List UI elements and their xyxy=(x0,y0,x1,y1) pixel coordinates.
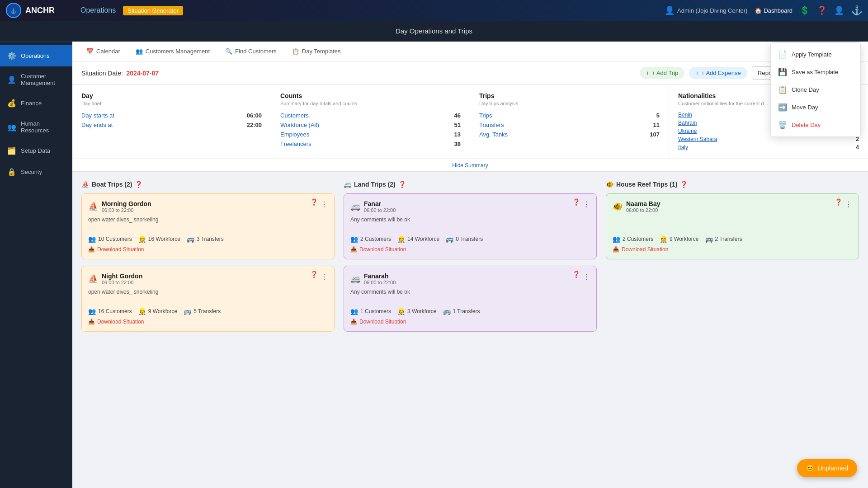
reef-trips-section: 🐠 House Reef Trips (1) ❓ ❓ 🐠 Naama Bay 0… xyxy=(606,181,859,338)
nat-western-sahara-value: 2 xyxy=(856,136,859,142)
move-day-icon: ➡️ xyxy=(778,103,787,112)
land-card2-download[interactable]: 📥 Download Situation xyxy=(350,319,590,325)
sidebar-item-setup-data[interactable]: 🗂️ Setup Data xyxy=(0,140,72,161)
summary-day-subtitle: Day brief xyxy=(81,101,262,106)
boat-card1-workforce-value: 16 Workforce xyxy=(148,236,180,242)
reef-card1-name: Naama Bay xyxy=(626,200,660,207)
trip-trips-label[interactable]: Trips xyxy=(479,112,492,119)
boat-trip2-icon: ⛵ xyxy=(88,274,98,284)
sidebar-item-human-resources[interactable]: 👥 Human Resources xyxy=(0,114,72,140)
boat-card1-header: ⛵ Morning Gordon 06:00 to 22:00 ⋮ xyxy=(88,200,328,213)
count-workforce-label[interactable]: Workforce (All) xyxy=(280,122,319,128)
land-card2-help-icon[interactable]: ❓ xyxy=(572,271,580,278)
reef-card1-transfers: 2 Transfers xyxy=(715,236,742,242)
tab-day-templates[interactable]: 📋 Day Templates xyxy=(285,44,348,59)
apply-template-item[interactable]: 📄 Apply Template xyxy=(771,46,860,63)
situation-date-value: 2024-07-07 xyxy=(126,70,159,77)
reef-card1-customers-stat: 👥 2 Customers xyxy=(613,235,653,243)
svg-text:⚓: ⚓ xyxy=(10,8,17,14)
hr-icon: 👥 xyxy=(7,123,16,131)
sidebar-item-customer-management[interactable]: 👤 Customer Management xyxy=(0,66,72,93)
topbar-badge: Situation Generator xyxy=(123,6,183,15)
situation-date-label: Situation Date: xyxy=(81,70,123,77)
boat-card2-menu[interactable]: ⋮ xyxy=(321,272,328,281)
count-employees-label[interactable]: Employees xyxy=(280,131,309,138)
boat-help-icon[interactable]: ❓ xyxy=(135,181,142,188)
boat-card1-help-icon[interactable]: ❓ xyxy=(310,198,318,206)
boat-trips-section: ⛵ Boat Trips (2) ❓ ❓ ⛵ Morning Gordon 06… xyxy=(81,181,335,338)
main-content: 📅 Calendar 👥 Customers Management 🔍 Find… xyxy=(72,42,868,488)
unplanned-button[interactable]: 😊 Unplanned xyxy=(797,459,857,477)
boat-card2-help-icon[interactable]: ❓ xyxy=(310,271,318,278)
land-card1-help-icon[interactable]: ❓ xyxy=(572,198,580,206)
land-card2-menu[interactable]: ⋮ xyxy=(583,272,590,281)
tab-find-customers[interactable]: 🔍 Find Customers xyxy=(218,44,283,59)
dollar-icon[interactable]: 💲 xyxy=(800,5,810,15)
nat-benin-label[interactable]: Benin xyxy=(678,112,692,118)
land-card1-title: 🚐 Fanar 06:00 to 22:00 xyxy=(350,200,396,213)
dashboard-link[interactable]: 🏠 Dashboard xyxy=(755,7,793,14)
nat-ukraine-label[interactable]: Ukraine xyxy=(678,128,697,134)
admin-info[interactable]: 👤 Admin (Jojo Diving Center) xyxy=(665,5,747,15)
move-day-item[interactable]: ➡️ Move Day xyxy=(771,99,860,116)
page-title: Day Operations and Trips xyxy=(396,27,472,35)
sidebar-item-label-setup: Setup Data xyxy=(21,147,50,154)
boat-card2-time: 06:00 to 22:00 xyxy=(102,280,142,285)
trip-avg-tanks-label[interactable]: Avg. Tanks xyxy=(479,131,508,138)
boat-card1-customers-stat: 👥 10 Customers xyxy=(88,235,132,243)
help-icon[interactable]: ❓ xyxy=(817,5,827,15)
trip-transfers-value: 11 xyxy=(653,122,660,128)
apply-template-label: Apply Template xyxy=(792,51,832,58)
nat-bahrain-label[interactable]: Bahrain xyxy=(678,120,697,126)
customer-mgmt-icon: 👤 xyxy=(7,75,16,84)
add-trip-button[interactable]: + + Add Trip xyxy=(640,67,685,79)
trip-trips-value: 5 xyxy=(656,112,660,119)
workforce-stat-icon: 👷 xyxy=(138,235,146,243)
count-customers-label[interactable]: Customers xyxy=(280,112,309,119)
boat-card2-download[interactable]: 📥 Download Situation xyxy=(88,319,328,325)
land-help-icon[interactable]: ❓ xyxy=(398,181,406,188)
day-ends-label[interactable]: Day ends at xyxy=(81,122,113,128)
boat-card1-download[interactable]: 📥 Download Situation xyxy=(88,246,328,253)
user-icon[interactable]: 👤 xyxy=(834,5,844,15)
land-trip-icon: 🚐 xyxy=(350,202,360,211)
hide-summary-link[interactable]: Hide Summary xyxy=(452,162,488,169)
land-card2-transfers-stat: 🚌 1 Transfers xyxy=(443,308,480,315)
land-card2-header: 🚐 Fanarah 06:00 to 22:00 ⋮ xyxy=(350,272,590,285)
reef-help-icon[interactable]: ❓ xyxy=(680,181,688,188)
boat-card1-menu[interactable]: ⋮ xyxy=(321,200,328,209)
setup-icon: 🗂️ xyxy=(7,146,16,155)
boat-card2-transfers-stat: 🚌 5 Transfers xyxy=(184,308,221,315)
tab-customers-management[interactable]: 👥 Customers Management xyxy=(129,44,217,59)
add-expense-button[interactable]: + + Add Expense xyxy=(689,67,747,79)
nat-italy-label[interactable]: Italy xyxy=(678,144,688,150)
unplanned-label: Unplanned xyxy=(817,465,848,472)
land-card1-workforce: 14 Workforce xyxy=(407,236,439,242)
boat-card2-name-block: Night Gordon 06:00 to 22:00 xyxy=(102,272,142,285)
reef-trip-icon: 🐠 xyxy=(613,202,623,211)
land-trips-section: 🚐 Land Trips (2) ❓ ❓ 🚐 Fanar 06:00 to 22… xyxy=(344,181,597,338)
reef-card1-menu[interactable]: ⋮ xyxy=(845,200,852,209)
land-card1-download[interactable]: 📥 Download Situation xyxy=(350,246,590,253)
tab-calendar[interactable]: 📅 Calendar xyxy=(80,44,127,59)
land-card1-menu[interactable]: ⋮ xyxy=(583,200,590,209)
summary-trips-subtitle: Day trips analysis xyxy=(479,101,660,106)
count-freelancers-label[interactable]: Freelancers xyxy=(280,141,311,147)
reef-card1-download[interactable]: 📥 Download Situation xyxy=(613,246,852,253)
clone-day-item[interactable]: 📋 Clone Day xyxy=(771,81,860,99)
reef-card1-help-icon[interactable]: ❓ xyxy=(835,198,842,206)
sidebar-item-operations[interactable]: ⚙️ Operations xyxy=(0,45,72,66)
save-template-item[interactable]: 💾 Save as Template xyxy=(771,63,860,81)
home-icon: 🏠 xyxy=(755,7,762,14)
day-starts-label[interactable]: Day starts at xyxy=(81,112,114,119)
land-card2-workforce: 3 Workforce xyxy=(407,308,436,314)
delete-day-item[interactable]: 🗑️ Delete Day xyxy=(771,116,860,134)
anchor-icon: ⚓ xyxy=(851,5,863,16)
land-card1-stats: 👥 2 Customers 👷 14 Workforce 🚌 0 Transfe… xyxy=(350,235,590,243)
boat-card2-comment: open water dives_ snorkeling xyxy=(88,289,328,302)
sidebar-item-finance[interactable]: 💰 Finance xyxy=(0,93,72,114)
sidebar-item-security[interactable]: 🔒 Security xyxy=(0,161,72,183)
trip-transfers-label[interactable]: Transfers xyxy=(479,122,504,128)
nat-western-sahara-label[interactable]: Western Sahara xyxy=(678,136,717,142)
reef-card1-transfers-stat: 🚌 2 Transfers xyxy=(705,235,742,243)
